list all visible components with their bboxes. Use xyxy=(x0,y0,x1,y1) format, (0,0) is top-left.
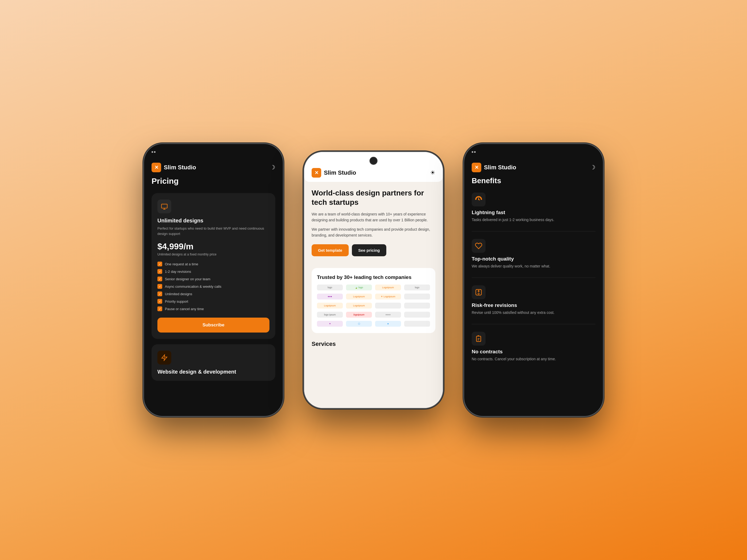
right-header: ✕ Slim Studio ☽ xyxy=(464,160,603,177)
trusted-title: Trusted by 30+ leading tech companies xyxy=(317,274,430,280)
benefit-name-2: Top-notch quality xyxy=(472,256,595,262)
feature-text: 1-2 day revisions xyxy=(165,270,191,274)
benefit-item-4: No contracts No contracts. Cancel your s… xyxy=(472,332,595,362)
status-dots xyxy=(472,151,476,153)
moon-icon-right[interactable]: ☽ xyxy=(590,164,595,171)
logo-item: ∞∞∞ xyxy=(375,312,401,318)
feature-list: ✓ One request at a time ✓ 1-2 day revisi… xyxy=(157,262,269,311)
dot2 xyxy=(154,151,156,153)
card1-price-note: Unlimited designs at a fixed monthly pri… xyxy=(157,252,269,256)
logo-item xyxy=(404,312,430,318)
trusted-section: Trusted by 30+ leading tech companies lo… xyxy=(312,268,435,333)
feature-item: ✓ One request at a time xyxy=(157,262,269,266)
benefit-name-3: Risk-free revisions xyxy=(472,302,595,308)
card1-price: $4,999/m xyxy=(157,242,269,251)
heart-icon xyxy=(472,239,486,253)
pricing-title: Pricing xyxy=(152,177,275,186)
logo-grid: logo 🍃 logo Logoipsum logo ●●● Logoipsum… xyxy=(317,285,430,327)
logo-item xyxy=(404,294,430,299)
feature-text: Unlimited designs xyxy=(165,292,192,296)
benefit-name-4: No contracts xyxy=(472,349,595,355)
hero-buttons: Get template See pricing xyxy=(312,244,435,256)
camera-notch xyxy=(369,157,378,165)
feature-text: Priority support xyxy=(165,299,188,303)
header-left: ✕ Slim Studio xyxy=(472,163,516,172)
benefit-desc-3: Revise until 100% satisfied without any … xyxy=(472,310,595,316)
svg-rect-0 xyxy=(161,204,167,208)
feature-text: One request at a time xyxy=(165,262,198,266)
divider xyxy=(472,277,595,278)
see-pricing-button[interactable]: See pricing xyxy=(352,244,386,256)
benefit-desc-4: No contracts. Cancel your subscription a… xyxy=(472,356,595,362)
speedometer-icon xyxy=(472,192,486,206)
feature-item: ✓ Senior designer on your team xyxy=(157,276,269,281)
check-icon: ✓ xyxy=(157,276,162,281)
moon-icon[interactable]: ☽ xyxy=(270,164,275,171)
left-status-bar xyxy=(144,144,283,160)
benefit-desc-1: Tasks delivered in just 1-2 working busi… xyxy=(472,217,595,223)
benefit-name-1: Lightning fast xyxy=(472,210,595,215)
svg-marker-3 xyxy=(162,355,167,361)
sun-icon[interactable]: ☀ xyxy=(430,169,435,176)
middle-content: World-class design partners for tech sta… xyxy=(304,182,443,408)
dot1 xyxy=(472,151,473,153)
dot2 xyxy=(474,151,476,153)
check-icon: ✓ xyxy=(157,306,162,311)
logo-item: Logoipsum xyxy=(317,303,343,309)
logo-item: ⬡ xyxy=(346,321,372,327)
services-title: Services xyxy=(312,341,435,347)
hero-title: World-class design partners for tech sta… xyxy=(312,188,435,207)
feature-text: Async communication & weekly calls xyxy=(165,285,222,289)
benefit-item-2: Top-notch quality We always deliver qual… xyxy=(472,239,595,269)
feature-item: ✓ 1-2 day revisions xyxy=(157,269,269,274)
hero-desc-1: We are a team of world-class designers w… xyxy=(312,211,435,223)
benefit-item-1: Lightning fast Tasks delivered in just 1… xyxy=(472,192,595,223)
logo-item: ☀ Logoipsum xyxy=(375,294,401,299)
feature-item: ✓ Priority support xyxy=(157,299,269,304)
logo-icon: ✕ xyxy=(152,163,161,172)
app-name-middle: Slim Studio xyxy=(324,169,356,176)
logo-item: logo xyxy=(317,285,343,290)
check-icon: ✓ xyxy=(157,269,162,274)
right-status-bar xyxy=(464,144,603,160)
check-icon: ✓ xyxy=(157,262,162,266)
logo-item xyxy=(404,321,430,327)
card2-title: Website design & development xyxy=(157,369,269,375)
hero-desc-2: We partner with innovating tech companie… xyxy=(312,226,435,238)
divider xyxy=(472,231,595,232)
feature-item: ✓ Pause or cancel any time xyxy=(157,306,269,311)
card-icon-1 xyxy=(157,199,171,213)
benefits-title: Benefits xyxy=(472,177,595,185)
logo-item: logoipsum xyxy=(346,312,372,318)
logo-item xyxy=(404,303,430,309)
refresh-square-icon xyxy=(472,285,486,299)
card2-icon xyxy=(157,351,171,365)
logo-item: logo ipsum xyxy=(317,312,343,318)
logo-item: ●●● xyxy=(317,294,343,299)
middle-header: ✕ Slim Studio ☀ xyxy=(304,152,443,182)
logo-item: Logoipsum xyxy=(375,285,401,290)
pricing-card-2: Website design & development xyxy=(152,344,275,381)
logo-item xyxy=(375,303,401,309)
dot1 xyxy=(152,151,153,153)
divider xyxy=(472,324,595,324)
header-left: ✕ Slim Studio xyxy=(152,163,196,172)
clipboard-icon xyxy=(472,332,486,346)
subscribe-button[interactable]: Subscribe xyxy=(157,318,269,332)
left-content: Pricing Unlimited designs Perfect for st… xyxy=(144,177,283,416)
left-phone: ✕ Slim Studio ☽ Pricing Unlimited design… xyxy=(144,144,283,416)
feature-text: Pause or cancel any time xyxy=(165,307,204,311)
left-header: ✕ Slim Studio ☽ xyxy=(144,160,283,177)
feature-text: Senior designer on your team xyxy=(165,277,210,281)
get-template-button[interactable]: Get template xyxy=(312,244,349,256)
check-icon: ✓ xyxy=(157,299,162,304)
logo-item: logo xyxy=(404,285,430,290)
right-phone: ✕ Slim Studio ☽ Benefits Lightning fast … xyxy=(464,144,603,416)
feature-item: ✓ Async communication & weekly calls xyxy=(157,284,269,289)
middle-phone: ✕ Slim Studio ☀ World-class design partn… xyxy=(304,152,443,408)
logo-item: Logoipsum xyxy=(346,303,372,309)
svg-point-4 xyxy=(478,199,479,200)
benefit-item-3: Risk-free revisions Revise until 100% sa… xyxy=(472,285,595,316)
check-icon: ✓ xyxy=(157,284,162,289)
right-content: Benefits Lightning fast Tasks delivered … xyxy=(464,177,603,416)
